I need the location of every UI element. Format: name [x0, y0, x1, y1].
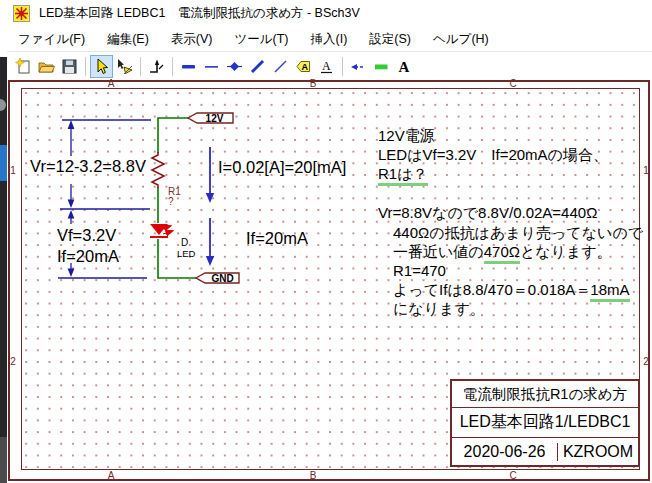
menu-help[interactable]: ヘルプ(H)	[422, 28, 500, 51]
zone-col-a-bottom: A	[104, 471, 118, 481]
thick-diagonal-icon	[249, 58, 266, 75]
zone-row-2-left: 2	[6, 357, 20, 367]
net-label-icon: A	[295, 58, 312, 75]
wire-tool-icon	[148, 58, 165, 75]
note-line-3: R1は？	[378, 165, 428, 182]
select-arrow-icon	[93, 58, 110, 75]
toolbar: A A A	[7, 52, 652, 80]
title-block: 電流制限抵抗R1の求め方 LED基本回路1/LEDBC1 2020-06-26 …	[450, 379, 640, 467]
bus-icon	[180, 58, 197, 75]
menu-file[interactable]: ファイル(F)	[7, 28, 96, 51]
note-line-8-pre: よってIfは8.8/470＝0.018A＝	[378, 281, 590, 298]
marker-tool-button[interactable]	[370, 55, 393, 78]
toolbar-separator	[342, 57, 343, 76]
open-folder-icon	[38, 58, 55, 75]
zone-col-b-top: B	[306, 79, 320, 89]
menu-insert[interactable]: 挿入(I)	[300, 28, 359, 51]
bus-tool-button[interactable]	[177, 55, 200, 78]
vr-formula: Vr=12-3.2=8.8V	[30, 157, 146, 176]
if-label: If=20mA	[57, 247, 119, 266]
text-underline-icon: A	[318, 58, 335, 75]
current-formula: I=0.02[A]=20[mA]	[218, 158, 346, 177]
menu-tool[interactable]: ツール(T)	[223, 28, 299, 51]
toolbar-separator	[85, 57, 86, 76]
led-name: LED	[177, 248, 195, 259]
led-ref: D	[181, 238, 188, 248]
dashed-arrow-icon	[350, 58, 367, 75]
save-floppy-icon	[61, 58, 78, 75]
wire-tool-button[interactable]	[145, 55, 168, 78]
title-block-title: 電流制限抵抗R1の求め方	[452, 381, 638, 408]
note-470-highlighted: 470Ω	[484, 243, 520, 264]
menu-edit[interactable]: 編集(E)	[96, 28, 160, 51]
resistor-value: ?	[168, 197, 174, 207]
zone-col-b-bottom: B	[306, 471, 320, 481]
zone-col-a-top: A	[104, 79, 118, 89]
note-line-5: 440Ωの抵抗はあまり売ってないので	[378, 224, 643, 241]
title-bar: LED基本回路 LEDBC1 電流制限抵抗の求め方 - BSch3V	[7, 0, 652, 27]
title-block-author: KZROOM	[558, 443, 638, 461]
green-marker-icon	[373, 58, 390, 75]
menu-settings[interactable]: 設定(S)	[358, 28, 422, 51]
move-parts-icon	[116, 58, 133, 75]
svg-text:A: A	[399, 59, 410, 75]
bus-diagonal-tool-button[interactable]	[246, 55, 269, 78]
note-line-4: Vr=8.8Vなので8.8V/0.02A=440Ω	[378, 204, 597, 221]
svg-text:A: A	[302, 62, 309, 72]
power-flag-label: 12V	[196, 113, 233, 125]
net-label-tool-button[interactable]: A	[292, 55, 315, 78]
vf-label: Vf=3.2V	[57, 226, 116, 245]
note-line-6-post: となります。	[520, 243, 612, 260]
zone-col-c-bottom: C	[506, 471, 520, 481]
open-file-button[interactable]	[35, 55, 58, 78]
background-dark-area	[0, 57, 7, 437]
note-line-2: LEDはVf=3.2V If=20mAの場合、	[378, 146, 608, 163]
if-arrow-label: If=20mA	[246, 229, 308, 248]
dimension-tool-button[interactable]	[347, 55, 370, 78]
text-tool-button[interactable]: A	[393, 55, 416, 78]
zone-row-2-right: 2	[639, 357, 652, 367]
svg-text:A: A	[322, 59, 331, 73]
window-title: LED基本回路 LEDBC1 電流制限抵抗の求め方 - BSch3V	[39, 5, 360, 22]
zone-row-1-left: 1	[6, 166, 20, 176]
ground-flag-label: GND	[204, 273, 241, 285]
save-button[interactable]	[58, 55, 81, 78]
bold-a-icon: A	[396, 58, 413, 75]
new-file-button[interactable]	[12, 55, 35, 78]
toolbar-separator	[140, 57, 141, 76]
line-diagonal-tool-button[interactable]	[269, 55, 292, 78]
zone-row-1-right: 1	[639, 166, 652, 176]
thin-diagonal-icon	[272, 58, 289, 75]
junction-icon	[226, 58, 243, 75]
note-line-8: よってIfは8.8/470＝0.018A＝18mA	[378, 281, 630, 298]
menu-view[interactable]: 表示(V)	[160, 28, 224, 51]
note-18ma-highlighted: 18mA	[590, 281, 629, 302]
new-file-icon	[15, 58, 32, 75]
select-tool-button[interactable]	[90, 55, 113, 78]
junction-tool-button[interactable]	[223, 55, 246, 78]
note-line-6-pre: 一番近い値の	[378, 243, 484, 260]
title-block-name: LED基本回路1/LEDBC1	[452, 408, 638, 438]
line-tool-button[interactable]	[200, 55, 223, 78]
title-block-date: 2020-06-26	[452, 443, 558, 461]
label-text-tool-button[interactable]: A	[315, 55, 338, 78]
background-window-strip	[0, 0, 7, 483]
bsch3v-window: LED基本回路 LEDBC1 電流制限抵抗の求め方 - BSch3V ファイル(…	[0, 0, 652, 483]
app-logo-icon	[13, 5, 30, 22]
note-r1-highlighted: R1は？	[378, 165, 428, 186]
background-bottom-area	[0, 437, 7, 483]
toolbar-separator	[172, 57, 173, 76]
note-line-7: R1=470	[378, 262, 446, 279]
note-line-9: になります。	[378, 300, 485, 317]
signal-line-icon	[203, 58, 220, 75]
note-line-1: 12V電源	[378, 127, 435, 144]
move-parts-tool-button[interactable]	[113, 55, 136, 78]
zone-col-c-top: C	[506, 79, 520, 89]
title-block-bottom-row: 2020-06-26 KZROOM	[452, 438, 638, 465]
note-line-6: 一番近い値の470Ωとなります。	[378, 243, 612, 260]
menu-bar: ファイル(F) 編集(E) 表示(V) ツール(T) 挿入(I) 設定(S) ヘ…	[7, 27, 652, 52]
